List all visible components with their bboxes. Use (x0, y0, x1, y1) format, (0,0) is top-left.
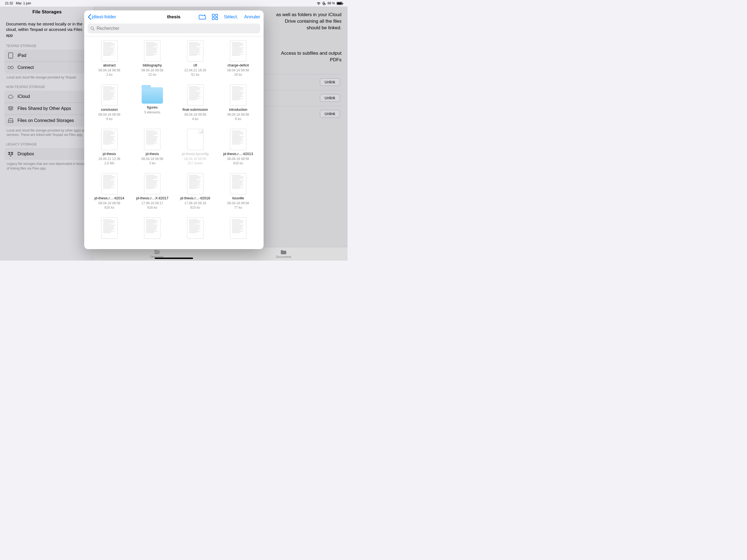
battery-icon (337, 2, 343, 5)
cancel-button[interactable]: Annuler (244, 14, 260, 20)
file-item[interactable]: introduction08.04.18 08:586 ko (218, 84, 259, 121)
battery-pct: 88 % (328, 1, 335, 5)
file-meta: 5 éléments (145, 110, 160, 114)
file-thumb (230, 173, 247, 195)
file-item[interactable]: figures5 éléments (132, 84, 173, 121)
file-item[interactable] (218, 218, 259, 240)
file-thumb (101, 129, 118, 150)
file-meta: 08.04.18 08:5822 ko (141, 68, 163, 77)
search-field[interactable] (87, 24, 260, 33)
file-item[interactable]: jd-thesis.r…-tl201308.04.18 08:58616 ko (218, 129, 259, 166)
chevron-left-icon (87, 14, 91, 20)
file-item[interactable]: jd-thesis08.04.18 08:583 ko (132, 129, 173, 166)
file-item[interactable]: abstract08.04.18 08:582 ko (89, 40, 130, 77)
back-button[interactable]: jdtest-folder (87, 14, 116, 20)
file-meta: 08.04.18 08:58616 ko (98, 201, 120, 210)
home-indicator (155, 258, 193, 259)
file-meta: 28.05.21 12:362,5 Mo (98, 157, 120, 166)
search-icon (90, 26, 95, 31)
file-thumb (230, 129, 247, 150)
file-item[interactable]: jd-thesis.r…-tl201817.08.18 08:16615 ko (175, 173, 216, 210)
file-picker-modal: jdtest-folder thesis Sélect. Annuler abs… (84, 10, 264, 249)
file-name: abstract (103, 63, 115, 68)
file-name: cft (193, 63, 197, 68)
folder-icon (141, 87, 163, 104)
file-thumb (187, 40, 203, 61)
rotation-lock-icon (323, 2, 326, 5)
file-item[interactable]: jd-thesis.r…-tl201408.04.18 08:58616 ko (89, 173, 130, 210)
file-name: jd-thesis (146, 152, 159, 156)
file-thumb (144, 40, 160, 61)
file-thumb (144, 173, 160, 195)
file-item[interactable]: conclusion08.04.18 08:586 ko (89, 84, 130, 121)
file-thumb (101, 84, 118, 106)
file-name: liouville (232, 196, 244, 200)
new-folder-button[interactable] (199, 14, 206, 20)
file-thumb (187, 129, 203, 150)
svg-rect-10 (212, 18, 214, 20)
file-meta: 08.04.18 08:58616 ko (227, 157, 249, 166)
view-grid-button[interactable] (212, 14, 218, 20)
file-item[interactable] (175, 218, 216, 240)
file-name: figures (147, 105, 157, 110)
file-name: jd-thesis.r…-tl2013 (223, 152, 253, 156)
modal-header: jdtest-folder thesis Sélect. Annuler (84, 10, 264, 24)
file-name: jd-thesis.r…X-tl2017 (136, 196, 169, 200)
svg-rect-11 (215, 18, 217, 20)
wifi-icon (317, 2, 321, 5)
file-thumb (144, 218, 160, 239)
file-name: final-submission (182, 107, 208, 112)
file-thumb (187, 173, 203, 195)
back-label: jdtest-folder (92, 14, 116, 20)
file-item[interactable]: jd-thesis.tpconfig08.04.18 08:58327 octe… (175, 129, 216, 166)
status-bar: 21:32 Mar. 1 juin 88 % (0, 0, 347, 6)
file-item[interactable]: jd-thesis28.05.21 12:362,5 Mo (89, 129, 130, 166)
file-meta: 08.04.18 08:582 ko (98, 68, 120, 77)
file-name: jd-thesis.r…-tl2014 (94, 196, 124, 200)
status-time: 21:32 (5, 1, 13, 5)
file-item[interactable] (89, 218, 130, 240)
file-name: jd-thesis (103, 152, 116, 156)
file-meta: 08.04.18 08:58327 octets (184, 157, 206, 166)
file-meta: 08.04.18 08:583 ko (141, 157, 163, 166)
files-grid: abstract08.04.18 08:582 kobibliography08… (84, 36, 264, 249)
file-item[interactable] (132, 218, 173, 240)
file-thumb (101, 173, 118, 195)
file-name: jd-thesis.tpconfig (182, 152, 209, 156)
file-thumb (144, 129, 160, 150)
file-meta: 08.04.18 08:5877 ko (227, 201, 249, 210)
files-scroll[interactable]: abstract08.04.18 08:582 kobibliography08… (84, 36, 264, 249)
file-thumb (101, 218, 118, 239)
file-name: bibliography (143, 63, 162, 68)
file-item[interactable]: charge-deficit08.04.18 08:5828 ko (218, 40, 259, 77)
file-meta: 08.04.18 08:586 ko (98, 112, 120, 121)
file-meta: 08.04.18 08:586 ko (227, 112, 249, 121)
file-name: charge-deficit (228, 63, 249, 68)
file-item[interactable]: cft22.04.21 16:2651 ko (175, 40, 216, 77)
file-thumb (187, 218, 203, 239)
file-item[interactable]: final-submission08.04.18 08:584 ko (175, 84, 216, 121)
file-name: jd-thesis.r…-tl2018 (180, 196, 210, 200)
status-date: Mar. 1 juin (16, 1, 31, 5)
file-thumb (101, 40, 118, 61)
file-meta: 22.04.21 16:2651 ko (184, 68, 206, 77)
file-item[interactable]: liouville08.04.18 08:5877 ko (218, 173, 259, 210)
file-thumb (187, 84, 203, 106)
file-name: conclusion (101, 107, 118, 112)
svg-rect-8 (212, 14, 214, 17)
file-meta: 08.04.18 08:5828 ko (227, 68, 249, 77)
file-meta: 17.08.18 08:16615 ko (184, 201, 206, 210)
file-name: introduction (229, 107, 247, 112)
file-item[interactable]: jd-thesis.r…X-tl201717.08.18 08:17616 ko (132, 173, 173, 210)
file-thumb (230, 40, 247, 61)
search-input[interactable] (97, 26, 258, 31)
file-meta: 17.08.18 08:17616 ko (141, 201, 163, 210)
select-button[interactable]: Sélect. (224, 14, 238, 20)
file-meta: 08.04.18 08:584 ko (184, 112, 206, 121)
file-thumb (230, 84, 247, 106)
svg-rect-9 (215, 14, 217, 17)
file-thumb (230, 218, 247, 239)
file-item[interactable]: bibliography08.04.18 08:5822 ko (132, 40, 173, 77)
